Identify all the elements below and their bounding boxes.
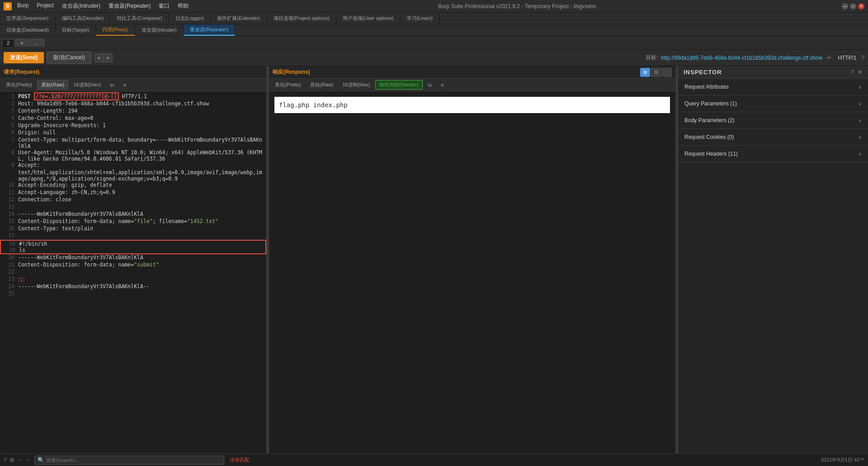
menu-repeater[interactable]: 重放器(Repeater) [105,1,154,11]
tab-comparer[interactable]: 对比工具(Comparer) [110,13,169,24]
inspector-section-request-attributes: Request Attributes ∨ [678,79,868,95]
request-panel-toolbar: 美化(Pretty) 原始(Raw) 16进制(Hex) \n ≡ [0,79,266,91]
inspector-title: INSPECTOR [684,69,722,76]
inspector-section-cookies: Request Cookies (0) ∨ [678,129,868,146]
status-settings-icon[interactable]: ⚙ [9,457,14,463]
toolbar: 发送(Send) 取消(Cancel) < > 目标: http://99da1… [0,50,868,66]
inspector-section-query-params-header[interactable]: Query Parameters (1) ∨ [678,95,868,112]
edit-icon[interactable]: ✏ [827,55,831,61]
response-panel-header: 响应(Respons) ⊞ ☰ ⋮ [269,66,675,79]
view-split-btn[interactable]: ⊞ [640,68,650,77]
request-line: 25 [0,290,266,298]
req-tab-pretty[interactable]: 美化(Pretty) [2,80,36,90]
request-line: 12Connection: close [0,196,266,204]
tab-learn[interactable]: 学习(Learn) [401,13,439,24]
repeater-tab-2[interactable]: 2 [2,39,14,47]
response-render-text: flag.php index.php [274,97,670,113]
forward-button[interactable]: > [104,53,112,62]
inspector-help-icon[interactable]: ? [851,69,854,76]
tab-dashboard[interactable]: 仪表盘(Dashboard) [0,24,56,36]
resp-tab-menu[interactable]: ≡ [437,81,448,89]
tab-proxy[interactable]: 代理(Proxy) [96,24,135,36]
tab-project-options[interactable]: 项目选项(Project options) [267,13,336,24]
inspector-section-cookies-header[interactable]: Request Cookies (0) ∨ [678,129,868,145]
inspector-query-params-label: Query Parameters (1) [684,100,737,107]
status-forward-icon[interactable]: → [25,457,31,463]
req-tab-n[interactable]: \n [106,81,118,89]
target-label: 目标: [646,54,658,62]
tab-decoder[interactable]: 编码工具(Decoder) [56,13,111,24]
menu-project[interactable]: Project [33,1,57,11]
request-line: 22 [0,269,266,276]
help-icon[interactable]: ? [861,54,864,61]
req-tab-menu[interactable]: ≡ [119,81,130,89]
inspector-chevron-4: ∨ [859,152,862,157]
view-top-btn[interactable]: ☰ [651,68,661,77]
http-version: HTTP/1 [838,55,856,61]
inspector-chevron-2: ∨ [859,118,862,123]
menu-burp[interactable]: Burp [14,1,32,11]
resp-tab-hex[interactable]: 16进制(Hex) [338,80,374,90]
tab-repeater[interactable]: 重放器(Repeater) [184,24,236,36]
repeater-tab-close[interactable]: × [15,39,28,47]
req-tab-hex[interactable]: 16进制(Hex) [69,80,105,90]
view-side-btn[interactable]: ⋮ [662,68,672,77]
request-line: 11Accept-Language: zh-CN,zh;q=0.9 [0,189,266,196]
window-controls: — □ ✕ [842,3,864,10]
inspector-cookies-label: Request Cookies (0) [684,134,734,140]
minimize-button[interactable]: — [842,3,848,10]
tab-sequencer[interactable]: 定序器(Sequencer) [0,13,56,24]
request-panel-header: 请求(Request) [0,66,266,79]
menu-window[interactable]: 窗口 [155,1,173,11]
inspector-panel: INSPECTOR ? ✕ Request Attributes ∨ Query… [678,66,868,453]
request-line: 10Accept-Encoding: gzip, deflate [0,182,266,189]
title-bar: B Burp Project 攻击器(Intruder) 重放器(Repeate… [0,0,868,13]
menu-intruder[interactable]: 攻击器(Intruder) [58,1,104,11]
nav-arrows: < > [94,53,113,62]
status-help-icon[interactable]: ? [4,457,7,463]
maximize-button[interactable]: □ [850,3,856,10]
req-tab-raw[interactable]: 原始(Raw) [37,80,68,90]
back-button[interactable]: < [94,53,104,62]
repeater-tab-strip: 2 × … [0,36,868,50]
inspector-section-headers: Request Headers (11) ∨ [678,146,868,162]
title-bar-left: B Burp Project 攻击器(Intruder) 重放器(Repeate… [4,1,192,11]
target-url[interactable]: http://99da1d95-7eb6-468a-b044-cf1b1b5b3… [661,55,823,61]
request-content: 1POST /?e=.$20/???/????????[@-[] HTTP/1.… [0,91,266,453]
request-line: 6Origin: null [0,129,266,137]
inspector-section-query-params: Query Parameters (1) ∨ [678,95,868,112]
close-button[interactable]: ✕ [858,3,864,10]
inspector-section-request-attributes-header[interactable]: Request Attributes ∨ [678,79,868,95]
tab-user-options[interactable]: 用户选项(User options) [336,13,401,24]
inspector-section-headers-header[interactable]: Request Headers (11) ∨ [678,146,868,162]
status-icons: ? ⚙ ← → [4,457,31,463]
repeater-tab-more[interactable]: … [29,39,44,47]
resp-tab-pretty[interactable]: 美化(Pretty) [271,80,305,90]
request-panel: 请求(Request) 美化(Pretty) 原始(Raw) 16进制(Hex)… [0,66,267,453]
inspector-close-icon[interactable]: ✕ [858,69,863,76]
inspector-section-body-params-header[interactable]: Body Parameters (2) ∨ [678,112,868,128]
resp-tab-render[interactable]: 响应内容(Render) [375,80,423,90]
send-button[interactable]: 发送(Send) [4,52,44,63]
request-line: 1POST /?e=.$20/???/????????[@-[] HTTP/1.… [0,93,266,100]
request-line: 17 [0,233,266,240]
resp-tab-raw[interactable]: 原始(Raw) [306,80,337,90]
inspector-request-attributes-label: Request Attributes [684,84,729,90]
tab-target[interactable]: 目标(Target) [56,24,96,36]
search-input[interactable] [46,457,221,463]
response-panel-title: 响应(Respons) [273,68,310,76]
tab-logger[interactable]: 日志(Logger) [169,13,211,24]
status-back-icon[interactable]: ← [17,457,23,463]
tab-intruder[interactable]: 攻击器(Intruder) [135,24,184,36]
menu-help[interactable]: 帮助 [174,1,192,11]
window-title: Burp Suite Professional v2021.8.2 - Temp… [438,3,596,10]
inspector-header-icons: ? ✕ [851,69,863,76]
no-match-label: 没有匹配 [230,456,250,463]
tab-extender[interactable]: 插件扩展(Extender) [211,13,267,24]
request-line: 20------WebKitFormBoundaryVr3V7AlsBAKnlK… [0,254,266,262]
resp-tab-n[interactable]: \n [424,81,436,89]
request-line: 24------WebKitFormBoundaryVr3V7AlsBAKnlK… [0,283,266,290]
inspector-section-body-params: Body Parameters (2) ∨ [678,112,868,129]
request-line: 15Content-Disposition: form-data; name="… [0,218,266,225]
cancel-button[interactable]: 取消(Cancel) [47,52,91,64]
